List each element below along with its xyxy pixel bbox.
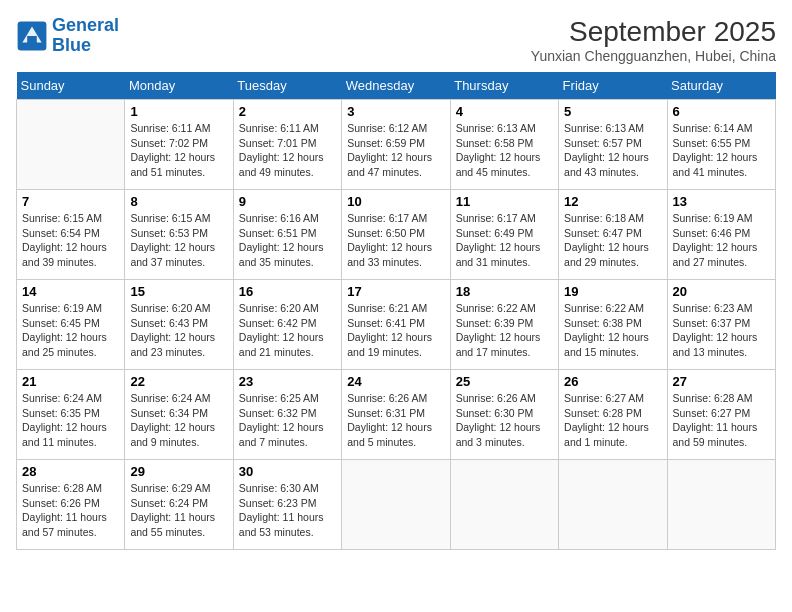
day-cell: 8Sunrise: 6:15 AM Sunset: 6:53 PM Daylig…: [125, 190, 233, 280]
week-row-5: 28Sunrise: 6:28 AM Sunset: 6:26 PM Dayli…: [17, 460, 776, 550]
day-number: 5: [564, 104, 661, 119]
weekday-header-monday: Monday: [125, 72, 233, 100]
day-number: 30: [239, 464, 336, 479]
day-number: 18: [456, 284, 553, 299]
day-info: Sunrise: 6:30 AM Sunset: 6:23 PM Dayligh…: [239, 481, 336, 540]
day-number: 16: [239, 284, 336, 299]
day-cell: [667, 460, 775, 550]
day-number: 6: [673, 104, 770, 119]
week-row-1: 1Sunrise: 6:11 AM Sunset: 7:02 PM Daylig…: [17, 100, 776, 190]
day-cell: 16Sunrise: 6:20 AM Sunset: 6:42 PM Dayli…: [233, 280, 341, 370]
day-number: 4: [456, 104, 553, 119]
day-info: Sunrise: 6:15 AM Sunset: 6:54 PM Dayligh…: [22, 211, 119, 270]
calendar-table: SundayMondayTuesdayWednesdayThursdayFrid…: [16, 72, 776, 550]
day-info: Sunrise: 6:13 AM Sunset: 6:57 PM Dayligh…: [564, 121, 661, 180]
day-cell: 23Sunrise: 6:25 AM Sunset: 6:32 PM Dayli…: [233, 370, 341, 460]
day-cell: 26Sunrise: 6:27 AM Sunset: 6:28 PM Dayli…: [559, 370, 667, 460]
day-number: 3: [347, 104, 444, 119]
day-info: Sunrise: 6:12 AM Sunset: 6:59 PM Dayligh…: [347, 121, 444, 180]
day-number: 11: [456, 194, 553, 209]
page-header: General Blue September 2025 Yunxian Chen…: [16, 16, 776, 64]
day-number: 15: [130, 284, 227, 299]
weekday-header-wednesday: Wednesday: [342, 72, 450, 100]
day-cell: [559, 460, 667, 550]
day-cell: 19Sunrise: 6:22 AM Sunset: 6:38 PM Dayli…: [559, 280, 667, 370]
day-number: 20: [673, 284, 770, 299]
day-info: Sunrise: 6:20 AM Sunset: 6:42 PM Dayligh…: [239, 301, 336, 360]
weekday-header-sunday: Sunday: [17, 72, 125, 100]
day-cell: 2Sunrise: 6:11 AM Sunset: 7:01 PM Daylig…: [233, 100, 341, 190]
day-cell: 14Sunrise: 6:19 AM Sunset: 6:45 PM Dayli…: [17, 280, 125, 370]
week-row-2: 7Sunrise: 6:15 AM Sunset: 6:54 PM Daylig…: [17, 190, 776, 280]
day-cell: 6Sunrise: 6:14 AM Sunset: 6:55 PM Daylig…: [667, 100, 775, 190]
day-cell: 29Sunrise: 6:29 AM Sunset: 6:24 PM Dayli…: [125, 460, 233, 550]
day-number: 7: [22, 194, 119, 209]
day-number: 29: [130, 464, 227, 479]
day-info: Sunrise: 6:22 AM Sunset: 6:39 PM Dayligh…: [456, 301, 553, 360]
day-info: Sunrise: 6:17 AM Sunset: 6:50 PM Dayligh…: [347, 211, 444, 270]
day-number: 13: [673, 194, 770, 209]
day-number: 22: [130, 374, 227, 389]
day-cell: [450, 460, 558, 550]
day-number: 28: [22, 464, 119, 479]
location-subtitle: Yunxian Chengguanzhen, Hubei, China: [531, 48, 776, 64]
month-title: September 2025: [531, 16, 776, 48]
logo: General Blue: [16, 16, 119, 56]
day-number: 8: [130, 194, 227, 209]
day-info: Sunrise: 6:26 AM Sunset: 6:31 PM Dayligh…: [347, 391, 444, 450]
day-info: Sunrise: 6:28 AM Sunset: 6:26 PM Dayligh…: [22, 481, 119, 540]
day-cell: 22Sunrise: 6:24 AM Sunset: 6:34 PM Dayli…: [125, 370, 233, 460]
day-number: 17: [347, 284, 444, 299]
day-info: Sunrise: 6:29 AM Sunset: 6:24 PM Dayligh…: [130, 481, 227, 540]
day-info: Sunrise: 6:20 AM Sunset: 6:43 PM Dayligh…: [130, 301, 227, 360]
week-row-4: 21Sunrise: 6:24 AM Sunset: 6:35 PM Dayli…: [17, 370, 776, 460]
weekday-header-thursday: Thursday: [450, 72, 558, 100]
day-number: 2: [239, 104, 336, 119]
day-info: Sunrise: 6:21 AM Sunset: 6:41 PM Dayligh…: [347, 301, 444, 360]
day-cell: 27Sunrise: 6:28 AM Sunset: 6:27 PM Dayli…: [667, 370, 775, 460]
day-cell: 3Sunrise: 6:12 AM Sunset: 6:59 PM Daylig…: [342, 100, 450, 190]
day-cell: 30Sunrise: 6:30 AM Sunset: 6:23 PM Dayli…: [233, 460, 341, 550]
day-number: 24: [347, 374, 444, 389]
day-cell: 1Sunrise: 6:11 AM Sunset: 7:02 PM Daylig…: [125, 100, 233, 190]
day-cell: 10Sunrise: 6:17 AM Sunset: 6:50 PM Dayli…: [342, 190, 450, 280]
day-number: 26: [564, 374, 661, 389]
day-cell: 15Sunrise: 6:20 AM Sunset: 6:43 PM Dayli…: [125, 280, 233, 370]
day-number: 19: [564, 284, 661, 299]
weekday-header-tuesday: Tuesday: [233, 72, 341, 100]
day-info: Sunrise: 6:28 AM Sunset: 6:27 PM Dayligh…: [673, 391, 770, 450]
weekday-header-saturday: Saturday: [667, 72, 775, 100]
day-number: 12: [564, 194, 661, 209]
day-info: Sunrise: 6:22 AM Sunset: 6:38 PM Dayligh…: [564, 301, 661, 360]
day-cell: 12Sunrise: 6:18 AM Sunset: 6:47 PM Dayli…: [559, 190, 667, 280]
svg-rect-2: [27, 36, 37, 44]
week-row-3: 14Sunrise: 6:19 AM Sunset: 6:45 PM Dayli…: [17, 280, 776, 370]
day-cell: 21Sunrise: 6:24 AM Sunset: 6:35 PM Dayli…: [17, 370, 125, 460]
day-cell: 13Sunrise: 6:19 AM Sunset: 6:46 PM Dayli…: [667, 190, 775, 280]
day-cell: 5Sunrise: 6:13 AM Sunset: 6:57 PM Daylig…: [559, 100, 667, 190]
logo-text: General Blue: [52, 16, 119, 56]
day-number: 1: [130, 104, 227, 119]
day-info: Sunrise: 6:19 AM Sunset: 6:46 PM Dayligh…: [673, 211, 770, 270]
day-info: Sunrise: 6:24 AM Sunset: 6:35 PM Dayligh…: [22, 391, 119, 450]
day-cell: 9Sunrise: 6:16 AM Sunset: 6:51 PM Daylig…: [233, 190, 341, 280]
day-info: Sunrise: 6:24 AM Sunset: 6:34 PM Dayligh…: [130, 391, 227, 450]
day-cell: 28Sunrise: 6:28 AM Sunset: 6:26 PM Dayli…: [17, 460, 125, 550]
day-info: Sunrise: 6:11 AM Sunset: 7:02 PM Dayligh…: [130, 121, 227, 180]
day-info: Sunrise: 6:25 AM Sunset: 6:32 PM Dayligh…: [239, 391, 336, 450]
day-number: 21: [22, 374, 119, 389]
weekday-header-row: SundayMondayTuesdayWednesdayThursdayFrid…: [17, 72, 776, 100]
day-info: Sunrise: 6:15 AM Sunset: 6:53 PM Dayligh…: [130, 211, 227, 270]
day-info: Sunrise: 6:13 AM Sunset: 6:58 PM Dayligh…: [456, 121, 553, 180]
day-info: Sunrise: 6:26 AM Sunset: 6:30 PM Dayligh…: [456, 391, 553, 450]
day-cell: 17Sunrise: 6:21 AM Sunset: 6:41 PM Dayli…: [342, 280, 450, 370]
day-info: Sunrise: 6:27 AM Sunset: 6:28 PM Dayligh…: [564, 391, 661, 450]
day-cell: 7Sunrise: 6:15 AM Sunset: 6:54 PM Daylig…: [17, 190, 125, 280]
day-cell: 24Sunrise: 6:26 AM Sunset: 6:31 PM Dayli…: [342, 370, 450, 460]
day-cell: 4Sunrise: 6:13 AM Sunset: 6:58 PM Daylig…: [450, 100, 558, 190]
day-cell: [17, 100, 125, 190]
day-number: 10: [347, 194, 444, 209]
day-cell: 11Sunrise: 6:17 AM Sunset: 6:49 PM Dayli…: [450, 190, 558, 280]
weekday-header-friday: Friday: [559, 72, 667, 100]
day-info: Sunrise: 6:14 AM Sunset: 6:55 PM Dayligh…: [673, 121, 770, 180]
